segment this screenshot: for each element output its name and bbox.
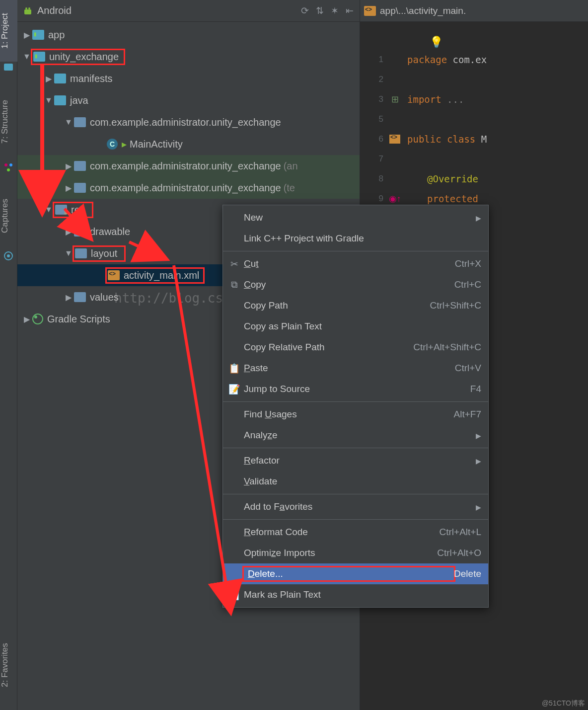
folder-icon (75, 248, 87, 258)
scroll-from-source-icon[interactable]: ⟳ (301, 5, 309, 16)
tool-window-strip: 1: Project 7: Structure Captures 2: Favo… (0, 0, 17, 710)
favorites-toolwindow-tab[interactable]: 2: Favorites (0, 626, 17, 705)
line-number: 7 (360, 149, 387, 169)
menu-validate[interactable]: Validate (223, 471, 488, 492)
menu-refactor[interactable]: Refactor (223, 450, 488, 471)
node-label: values (90, 292, 119, 303)
svg-point-7 (25, 7, 27, 9)
tree-node-app[interactable]: app (17, 24, 360, 46)
menu-mark-plain[interactable]: 📄Mark as Plain Text (223, 584, 488, 605)
node-label: activity_main.xml (124, 270, 199, 281)
intention-bulb-icon[interactable]: 💡 (430, 36, 443, 49)
project-panel-header: Android ⟳ ⇅ ✶ ⇤ (17, 0, 360, 22)
captures-toolwindow-tab[interactable]: Captures (0, 184, 17, 248)
expand-icon[interactable] (21, 52, 32, 61)
expand-icon[interactable] (21, 30, 32, 40)
code-token: protected (427, 193, 478, 204)
menu-add-favorites[interactable]: Add to Favorites (223, 496, 488, 517)
tree-node-package-test-te[interactable]: com.example.administrator.unity_exchange… (17, 177, 360, 199)
expand-icon[interactable] (63, 293, 74, 302)
node-label: app (48, 29, 65, 41)
code-token: package (407, 54, 453, 65)
menu-cut[interactable]: ✂CutCtrl+X (223, 253, 488, 274)
xml-file-icon (364, 6, 376, 16)
folder-icon (74, 292, 86, 302)
expand-icon[interactable] (43, 74, 54, 83)
node-label: manifests (70, 73, 113, 84)
project-icon (3, 62, 14, 73)
svg-point-5 (7, 254, 10, 257)
run-icon: ▸ (122, 138, 127, 150)
menu-copy-plain[interactable]: Copy as Plain Text (223, 316, 488, 337)
credit-text: @51CTO博客 (542, 699, 585, 708)
expand-icon[interactable] (63, 183, 74, 193)
menu-copy-relative[interactable]: Copy Relative PathCtrl+Alt+Shift+C (223, 337, 488, 358)
node-label: com.example.administrator.unity_exchange (90, 182, 281, 194)
project-toolwindow-tab[interactable]: 1: Project (0, 0, 17, 62)
plain-icon: 📄 (228, 589, 241, 601)
code-token: M (481, 134, 487, 145)
menu-copy-path[interactable]: Copy PathCtrl+Shift+C (223, 295, 488, 316)
node-label: java (70, 95, 88, 106)
menu-new[interactable]: New (223, 207, 488, 228)
tree-node-unity-exchange[interactable]: unity_exchange (17, 46, 360, 68)
menu-separator (223, 448, 488, 448)
menu-jump-source[interactable]: 📝Jump to SourceF4 (223, 379, 488, 399)
expand-icon[interactable] (21, 315, 32, 324)
collapse-all-icon[interactable]: ⇅ (316, 5, 324, 16)
line-gutter: 1 2 3 5 6 7 8 9 (360, 50, 387, 209)
code-token: @Override (427, 173, 478, 184)
structure-toolwindow-tab[interactable]: 7: Structure (0, 84, 17, 159)
expand-icon[interactable] (63, 161, 74, 171)
paste-icon: 📋 (228, 363, 241, 374)
line-number: 5 (360, 109, 387, 129)
tree-node-main-activity[interactable]: C ▸ MainActivity (17, 133, 360, 155)
context-menu: New Link C++ Project with Gradle ✂CutCtr… (222, 205, 489, 608)
menu-paste[interactable]: 📋PasteCtrl+V (223, 358, 488, 379)
tree-node-package-test-an[interactable]: com.example.administrator.unity_exchange… (17, 155, 360, 177)
class-icon: C (107, 139, 118, 150)
folder-icon (55, 205, 67, 215)
node-label: res (71, 204, 85, 216)
editor-tab[interactable]: app\...\activity_main. (360, 0, 588, 22)
line-number: 2 (360, 70, 387, 89)
menu-separator (223, 519, 488, 520)
captures-icon (3, 250, 14, 261)
android-icon (22, 5, 33, 16)
menu-copy[interactable]: ⧉CopyCtrl+C (223, 274, 488, 295)
tree-node-package-main[interactable]: com.example.administrator.unity_exchange (17, 111, 360, 133)
module-icon (33, 52, 45, 62)
svg-point-8 (28, 7, 30, 9)
structure-icon (3, 162, 14, 173)
tree-node-manifests[interactable]: manifests (17, 68, 360, 89)
menu-reformat[interactable]: Reformat CodeCtrl+Alt+L (223, 522, 488, 543)
expand-icon[interactable] (63, 118, 74, 127)
menu-separator (223, 494, 488, 494)
xml-file-icon (108, 270, 120, 280)
menu-optimize-imports[interactable]: Optimize ImportsCtrl+Alt+O (223, 543, 488, 563)
expand-icon[interactable] (63, 249, 74, 258)
node-label: unity_exchange (49, 51, 119, 63)
node-label: com.example.administrator.unity_exchange (90, 160, 281, 172)
tree-node-java[interactable]: java (17, 89, 360, 111)
svg-rect-0 (4, 64, 13, 71)
settings-icon[interactable]: ✶ (331, 5, 339, 16)
hide-panel-icon[interactable]: ⇤ (346, 5, 354, 16)
expand-icon[interactable] (43, 96, 54, 105)
menu-link-cpp[interactable]: Link C++ Project with Gradle (223, 228, 488, 249)
svg-point-1 (4, 163, 7, 166)
menu-analyze[interactable]: Analyze (223, 425, 488, 446)
menu-delete[interactable]: Delete...Delete (223, 563, 488, 584)
code-area[interactable]: package com.ex import ... public class M… (387, 50, 588, 209)
node-suffix: (te (284, 182, 295, 194)
expand-icon[interactable] (43, 205, 54, 214)
node-label: com.example.administrator.unity_exchange (90, 117, 281, 128)
folder-icon (54, 74, 66, 83)
line-number: 8 (360, 169, 387, 189)
project-view-selector[interactable]: Android (37, 5, 301, 16)
menu-find-usages[interactable]: Find UsagesAlt+F7 (223, 404, 488, 425)
menu-separator (223, 401, 488, 402)
expand-icon[interactable] (63, 227, 74, 237)
node-label: MainActivity (130, 139, 183, 150)
node-label: layout (91, 248, 117, 259)
